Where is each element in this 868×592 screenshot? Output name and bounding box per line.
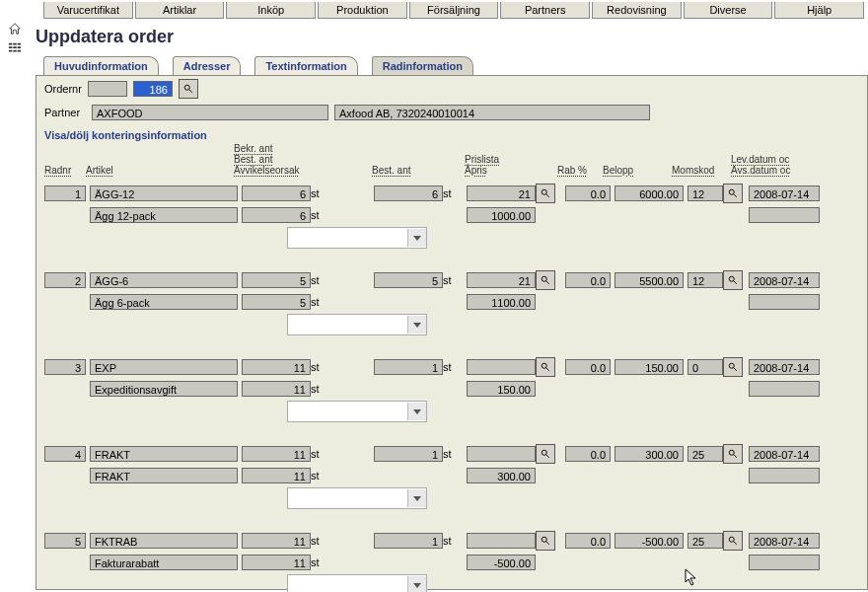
apris-field[interactable]: 1000.00 <box>467 207 536 223</box>
rab-field[interactable]: 0.0 <box>565 446 611 462</box>
best-field[interactable]: 1 <box>374 359 443 375</box>
avvikelse-select[interactable] <box>287 314 427 335</box>
artikel-field[interactable]: ÄGG-6 <box>90 272 238 288</box>
tab-huvudinformation[interactable]: Huvudinformation <box>43 56 159 75</box>
momskod-field[interactable]: 25 <box>687 533 723 549</box>
apris-field[interactable]: 150.00 <box>467 381 536 397</box>
prislista-lookup[interactable] <box>536 444 555 464</box>
momskod-field[interactable]: 12 <box>687 272 723 288</box>
artikel-desc-field[interactable]: Ägg 12-pack <box>90 207 238 223</box>
rows-icon[interactable] <box>8 41 22 55</box>
momskod-lookup[interactable] <box>723 184 743 203</box>
prislista-field[interactable]: 21 <box>467 185 536 201</box>
home-icon[interactable] <box>8 22 22 36</box>
levdatum-field[interactable]: 2008-07-14 <box>749 272 820 288</box>
momskod-field[interactable]: 25 <box>687 446 723 462</box>
bestant-field[interactable]: 5 <box>242 294 311 310</box>
apris-field[interactable]: 300.00 <box>467 468 536 483</box>
avsdatum-field[interactable] <box>749 294 820 310</box>
bestant-field[interactable]: 11 <box>242 555 311 570</box>
momskod-lookup[interactable] <box>723 357 743 377</box>
rab-field[interactable]: 0.0 <box>565 185 611 201</box>
rab-field[interactable]: 0.0 <box>565 533 611 549</box>
menu-hjalp[interactable]: Hjälp <box>774 2 864 19</box>
partner-code-field[interactable]: AXFOOD <box>92 105 328 120</box>
momskod-lookup[interactable] <box>723 444 743 464</box>
avvikelse-select[interactable] <box>287 227 427 249</box>
prislista-field[interactable] <box>467 533 536 549</box>
menu-artiklar[interactable]: Artiklar <box>135 2 225 19</box>
avsdatum-field[interactable] <box>749 381 820 397</box>
bestant-field[interactable]: 11 <box>242 381 311 397</box>
momskod-lookup[interactable] <box>723 270 743 290</box>
bekr-field[interactable]: 5 <box>242 272 311 288</box>
artikel-field[interactable]: EXP <box>90 359 238 375</box>
levdatum-field[interactable]: 2008-07-14 <box>749 533 820 549</box>
apris-field[interactable]: -500.00 <box>467 555 536 570</box>
belopp-field[interactable]: 6000.00 <box>615 185 684 201</box>
menu-redovisning[interactable]: Redovisning <box>592 2 682 19</box>
artikel-field[interactable]: FKTRAB <box>90 533 238 549</box>
artikel-field[interactable]: ÄGG-12 <box>90 185 238 201</box>
menu-varucertifikat[interactable]: Varucertifikat <box>43 2 133 19</box>
belopp-field[interactable]: -500.00 <box>615 533 684 549</box>
radnr-field[interactable]: 5 <box>44 533 86 549</box>
tab-radinformation[interactable]: Radinformation <box>372 56 473 75</box>
prislista-lookup[interactable] <box>536 270 555 290</box>
levdatum-field[interactable]: 2008-07-14 <box>749 359 820 375</box>
avsdatum-field[interactable] <box>749 207 820 223</box>
prislista-field[interactable] <box>467 359 536 375</box>
block-title[interactable]: Visa/dölj konteringsinformation <box>36 123 867 143</box>
belopp-field[interactable]: 300.00 <box>615 446 684 462</box>
menu-partners[interactable]: Partners <box>500 2 590 19</box>
prislista-field[interactable]: 21 <box>467 272 536 288</box>
bekr-field[interactable]: 6 <box>242 185 311 201</box>
momskod-field[interactable]: 0 <box>687 359 723 375</box>
tab-adresser[interactable]: Adresser <box>173 56 242 75</box>
radnr-field[interactable]: 4 <box>44 446 86 462</box>
belopp-field[interactable]: 150.00 <box>615 359 684 375</box>
apris-field[interactable]: 1100.00 <box>467 294 536 310</box>
bekr-field[interactable]: 11 <box>242 533 311 549</box>
tab-textinformation[interactable]: Textinformation <box>254 56 357 75</box>
menu-inkop[interactable]: Inköp <box>226 2 316 19</box>
prislista-lookup[interactable] <box>536 531 555 551</box>
best-field[interactable]: 1 <box>374 533 443 549</box>
best-field[interactable]: 6 <box>374 185 443 201</box>
radnr-field[interactable]: 1 <box>44 185 86 201</box>
artikel-desc-field[interactable]: Ägg 6-pack <box>90 294 238 310</box>
radnr-field[interactable]: 3 <box>44 359 86 375</box>
artikel-desc-field[interactable]: Fakturarabatt <box>90 555 238 570</box>
ordernr-lookup[interactable] <box>179 79 198 99</box>
ordernr-field-prefix[interactable] <box>88 81 127 97</box>
levdatum-field[interactable]: 2008-07-14 <box>749 185 820 201</box>
avvikelse-select[interactable] <box>287 401 427 422</box>
chevron-down-icon[interactable] <box>407 576 426 592</box>
bekr-field[interactable]: 11 <box>242 446 311 462</box>
menu-forsaljning[interactable]: Försäljning <box>409 2 499 19</box>
chevron-down-icon[interactable] <box>407 229 426 247</box>
radnr-field[interactable]: 2 <box>44 272 86 288</box>
menu-produktion[interactable]: Produktion <box>318 2 407 19</box>
avvikelse-select[interactable] <box>287 574 427 592</box>
artikel-field[interactable]: FRAKT <box>90 446 238 462</box>
prislista-lookup[interactable] <box>536 184 555 203</box>
ordernr-field[interactable]: 186 <box>133 81 173 97</box>
rab-field[interactable]: 0.0 <box>565 359 611 375</box>
momskod-lookup[interactable] <box>723 531 743 551</box>
avsdatum-field[interactable] <box>749 468 820 483</box>
rab-field[interactable]: 0.0 <box>565 272 611 288</box>
chevron-down-icon[interactable] <box>407 489 426 507</box>
bekr-field[interactable]: 11 <box>242 359 311 375</box>
best-field[interactable]: 1 <box>374 446 443 462</box>
belopp-field[interactable]: 5500.00 <box>615 272 684 288</box>
bestant-field[interactable]: 11 <box>242 468 311 483</box>
best-field[interactable]: 5 <box>374 272 443 288</box>
prislista-lookup[interactable] <box>536 357 555 377</box>
avsdatum-field[interactable] <box>749 555 820 570</box>
artikel-desc-field[interactable]: Expeditionsavgift <box>90 381 238 397</box>
artikel-desc-field[interactable]: FRAKT <box>90 468 238 483</box>
bestant-field[interactable]: 6 <box>242 207 311 223</box>
prislista-field[interactable] <box>467 446 536 462</box>
chevron-down-icon[interactable] <box>407 316 426 333</box>
